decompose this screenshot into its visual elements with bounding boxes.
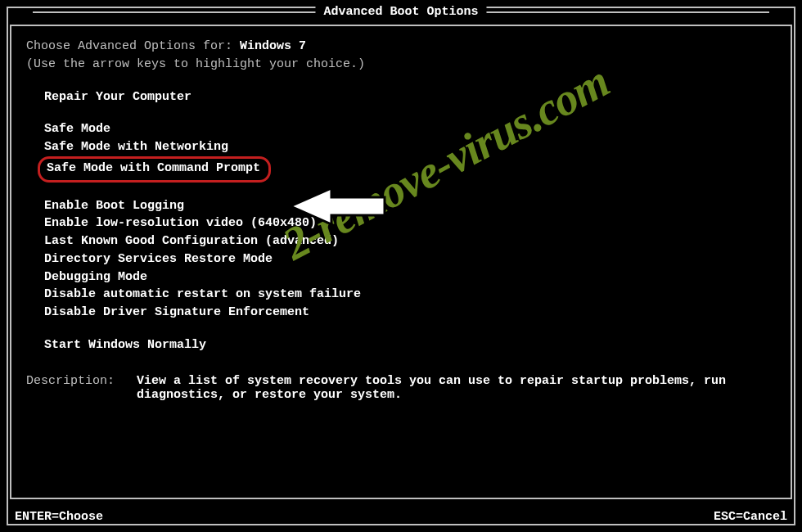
- group-advanced: Enable Boot Logging Enable low-resolutio…: [44, 197, 776, 322]
- opt-enable-boot-logging[interactable]: Enable Boot Logging: [44, 197, 776, 215]
- description-row: Description: View a list of system recov…: [26, 374, 776, 402]
- opt-safe-mode-command-prompt[interactable]: Safe Mode with Command Prompt: [38, 156, 271, 183]
- opt-disable-driver-sig[interactable]: Disable Driver Signature Enforcement: [44, 304, 776, 322]
- description-text: View a list of system recovery tools you…: [137, 374, 776, 402]
- opt-last-known-good[interactable]: Last Known Good Configuration (advanced): [44, 232, 776, 250]
- opt-safe-mode[interactable]: Safe Mode: [44, 120, 776, 138]
- opt-start-normally[interactable]: Start Windows Normally: [44, 336, 776, 354]
- footer-bar: ENTER=Choose ESC=Cancel: [15, 510, 787, 524]
- main-panel: Choose Advanced Options for: Windows 7 (…: [10, 25, 792, 499]
- group-normal: Start Windows Normally: [44, 336, 776, 354]
- group-safe-mode: Safe Mode Safe Mode with Networking Safe…: [44, 120, 776, 182]
- opt-debugging-mode[interactable]: Debugging Mode: [44, 268, 776, 286]
- group-repair: Repair Your Computer: [44, 88, 776, 106]
- opt-directory-services[interactable]: Directory Services Restore Mode: [44, 250, 776, 268]
- hint-line: (Use the arrow keys to highlight your ch…: [26, 56, 776, 74]
- page-title: Advanced Boot Options: [315, 5, 486, 19]
- opt-repair-your-computer[interactable]: Repair Your Computer: [44, 88, 776, 106]
- choose-label: Choose Advanced Options for:: [26, 39, 240, 53]
- opt-safe-mode-networking[interactable]: Safe Mode with Networking: [44, 138, 776, 156]
- os-name: Windows 7: [240, 39, 306, 53]
- opt-disable-auto-restart[interactable]: Disable automatic restart on system fail…: [44, 286, 776, 304]
- footer-esc: ESC=Cancel: [714, 510, 787, 524]
- description-label: Description:: [26, 374, 137, 402]
- footer-enter: ENTER=Choose: [15, 510, 103, 524]
- choose-line: Choose Advanced Options for: Windows 7: [26, 38, 776, 56]
- opt-low-resolution[interactable]: Enable low-resolution video (640x480): [44, 214, 776, 232]
